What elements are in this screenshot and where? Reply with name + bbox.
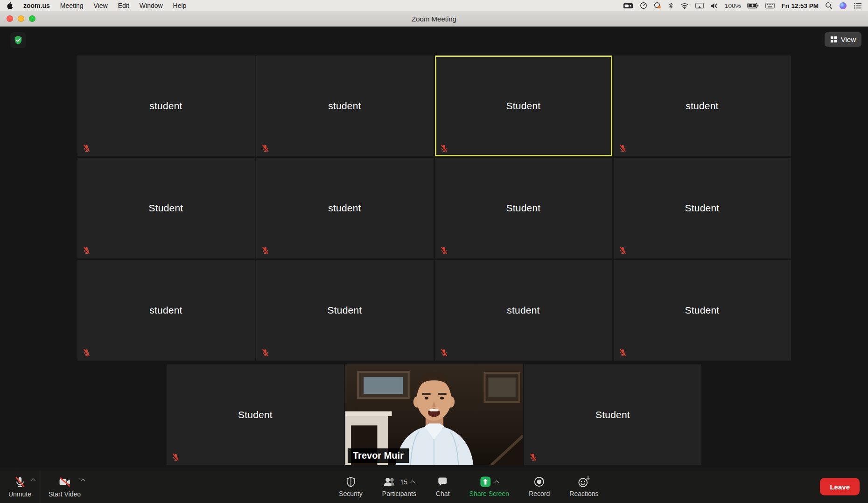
- muted-mic-icon: [618, 348, 627, 357]
- encryption-shield-icon[interactable]: [10, 32, 26, 48]
- apple-logo-icon[interactable]: [7, 2, 13, 10]
- zoom-camera-icon[interactable]: [623, 2, 633, 10]
- window-title: Zoom Meeting: [412, 15, 456, 23]
- participant-name: Student: [435, 158, 612, 258]
- participant-tile[interactable]: Student: [256, 260, 434, 361]
- participant-name: Student: [614, 158, 791, 258]
- meeting-toolbar: Unmute Start Video Security: [0, 470, 868, 503]
- start-video-button[interactable]: Start Video: [40, 470, 89, 503]
- menubar-status: 100% Fri 12:53 PM: [623, 2, 862, 10]
- battery-percent: 100%: [725, 2, 741, 9]
- grid-view-icon: [830, 36, 837, 43]
- bluetooth-icon[interactable]: [668, 2, 674, 9]
- participant-name: Student: [435, 56, 612, 156]
- search-icon[interactable]: [825, 2, 833, 9]
- tile-row: studentstudentStudentstudent: [77, 56, 791, 156]
- menu-item-view[interactable]: View: [94, 2, 108, 9]
- participant-name: Student: [614, 260, 791, 361]
- muted-mic-icon: [618, 246, 627, 255]
- participant-tile[interactable]: Student: [524, 364, 701, 465]
- participant-tile[interactable]: student: [77, 56, 255, 156]
- meeting-stage: View studentstudentStudentstudentStudent…: [0, 27, 868, 470]
- muted-mic-icon: [82, 348, 91, 357]
- menu-item-edit[interactable]: Edit: [118, 2, 129, 9]
- participant-tile[interactable]: Trevor Muir: [345, 364, 523, 465]
- chat-label: Chat: [436, 490, 450, 497]
- participants-chevron-icon[interactable]: [411, 480, 415, 484]
- muted-mic-icon: [529, 453, 538, 461]
- muted-mic-icon: [261, 246, 270, 255]
- participants-button[interactable]: 15 Participants: [374, 470, 425, 503]
- menu-list-icon[interactable]: [854, 2, 862, 9]
- record-button[interactable]: Record: [520, 470, 558, 503]
- reactions-button[interactable]: Reactions: [561, 470, 607, 503]
- video-options-chevron-icon[interactable]: [81, 478, 85, 482]
- leave-button[interactable]: Leave: [820, 478, 860, 496]
- muted-mic-icon: [171, 453, 180, 461]
- share-options-chevron-icon[interactable]: [494, 480, 499, 484]
- unmute-options-chevron-icon[interactable]: [31, 478, 36, 482]
- menu-item-window[interactable]: Window: [140, 2, 163, 9]
- participant-name: student: [77, 56, 255, 156]
- participant-tile[interactable]: Student: [614, 260, 791, 361]
- unmute-label: Unmute: [8, 490, 31, 498]
- video-off-icon: [58, 476, 71, 488]
- window-titlebar: Zoom Meeting: [0, 11, 868, 27]
- participant-tile[interactable]: Student: [77, 158, 255, 258]
- siri-icon[interactable]: [839, 2, 847, 10]
- display-mirroring-icon[interactable]: [695, 2, 704, 9]
- participants-label: Participants: [382, 490, 416, 497]
- menu-item-help[interactable]: Help: [173, 2, 187, 9]
- participant-tile[interactable]: Student: [614, 158, 791, 258]
- participant-name: student: [77, 260, 255, 361]
- menu-item-meeting[interactable]: Meeting: [60, 2, 84, 9]
- tile-row: studentStudentstudentStudent: [77, 260, 791, 361]
- participant-name: Trevor Muir: [348, 448, 409, 463]
- battery-charging-icon: [747, 2, 759, 9]
- wifi-icon[interactable]: [680, 2, 689, 9]
- participant-tile[interactable]: student: [256, 56, 434, 156]
- mic-muted-icon: [14, 476, 26, 488]
- screen: zoom.us Meeting View Edit Window Help: [0, 0, 868, 503]
- close-window-button[interactable]: [7, 15, 13, 22]
- muted-mic-icon: [82, 144, 91, 153]
- participant-name: student: [614, 56, 791, 156]
- gauge-icon[interactable]: [640, 2, 647, 9]
- volume-icon[interactable]: [710, 2, 718, 9]
- participant-name: Student: [256, 260, 434, 361]
- participant-name: Student: [524, 364, 701, 465]
- reactions-label: Reactions: [569, 490, 598, 497]
- participant-tile[interactable]: Student: [435, 56, 612, 156]
- participant-tile[interactable]: student: [77, 260, 255, 361]
- muted-mic-icon: [261, 348, 270, 357]
- share-screen-label: Share Screen: [469, 490, 510, 497]
- view-button[interactable]: View: [825, 32, 861, 47]
- start-video-label: Start Video: [49, 490, 81, 498]
- muted-mic-icon: [440, 144, 448, 153]
- participant-name: Student: [167, 364, 344, 465]
- menu-app-name[interactable]: zoom.us: [23, 2, 50, 9]
- participant-tile[interactable]: student: [256, 158, 434, 258]
- participant-tile[interactable]: student: [435, 260, 612, 361]
- security-label: Security: [339, 490, 363, 497]
- menubar-clock[interactable]: Fri 12:53 PM: [781, 2, 819, 9]
- chat-button[interactable]: Chat: [427, 470, 458, 503]
- security-button[interactable]: Security: [330, 470, 371, 503]
- participants-icon: [383, 476, 397, 488]
- reactions-icon: [578, 476, 590, 488]
- participant-tile[interactable]: Student: [167, 364, 344, 465]
- keyboard-icon[interactable]: [765, 2, 775, 9]
- tile-row: StudentstudentStudentStudent: [77, 158, 791, 258]
- status-orange-dot-icon[interactable]: [654, 2, 661, 9]
- participant-name: student: [435, 260, 612, 361]
- zoom-window-button[interactable]: [29, 15, 35, 22]
- minimize-window-button[interactable]: [18, 15, 24, 22]
- participant-name: student: [256, 56, 434, 156]
- muted-mic-icon: [618, 144, 627, 153]
- unmute-button[interactable]: Unmute: [0, 470, 40, 503]
- share-screen-button[interactable]: Share Screen: [461, 470, 518, 503]
- participant-tile[interactable]: Student: [435, 158, 612, 258]
- participant-tile[interactable]: student: [614, 56, 791, 156]
- record-icon: [533, 476, 545, 488]
- muted-mic-icon: [440, 348, 448, 357]
